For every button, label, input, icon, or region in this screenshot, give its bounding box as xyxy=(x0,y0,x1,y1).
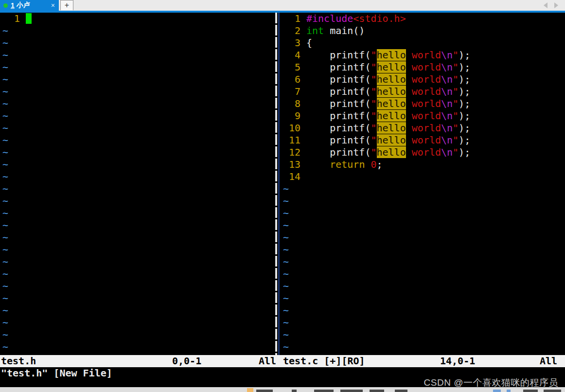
scroll-tabs-right-icon[interactable] xyxy=(554,2,558,8)
line-number: 4 xyxy=(283,49,300,61)
clipped-text-fragment xyxy=(314,390,334,392)
tilde-marker: ~ xyxy=(283,232,289,243)
tilde-line: ~ xyxy=(2,49,273,61)
tilde-line: ~ xyxy=(2,329,273,341)
code-token: hello xyxy=(377,86,406,97)
cursor-block xyxy=(26,13,32,24)
tilde-marker: ~ xyxy=(283,341,289,353)
new-tab-button[interactable]: + xyxy=(60,0,73,10)
code-token: ; xyxy=(377,159,383,170)
right-cursor-position: 14,0-1 xyxy=(440,355,475,367)
tab-close-icon[interactable]: × xyxy=(48,2,55,9)
code-token: 0 xyxy=(371,159,376,170)
tilde-marker: ~ xyxy=(2,232,8,243)
code-token: printf( xyxy=(306,122,371,134)
tilde-marker: ~ xyxy=(2,219,8,231)
tab-session-1[interactable]: 1 小卢 × xyxy=(0,0,59,11)
line-number: 3 xyxy=(283,37,300,49)
code-token: " xyxy=(453,73,459,85)
code-token: ); xyxy=(459,61,470,73)
tilde-marker: ~ xyxy=(283,317,289,328)
tilde-line: ~ xyxy=(2,207,273,219)
code-token xyxy=(306,159,330,170)
code-token: ); xyxy=(459,134,470,146)
tilde-line: ~ xyxy=(2,232,273,244)
code-token: world xyxy=(406,98,441,109)
tilde-marker: ~ xyxy=(2,134,8,146)
active-line: 1 xyxy=(2,13,273,25)
scroll-tabs-left-icon[interactable] xyxy=(544,2,547,8)
code-line: 9 printf("hello world\n"); xyxy=(283,110,565,122)
tilde-marker: ~ xyxy=(283,329,289,340)
tilde-line: ~ xyxy=(283,219,565,232)
code-token: { xyxy=(306,37,312,49)
code-line: 7 printf("hello world\n"); xyxy=(283,86,565,98)
line-number: 9 xyxy=(283,110,300,122)
clipped-text-fragment xyxy=(493,390,501,392)
tilde-line: ~ xyxy=(2,341,273,353)
line-number: 1 xyxy=(2,13,20,25)
tilde-line: ~ xyxy=(283,329,565,341)
tilde-marker: ~ xyxy=(2,304,8,316)
statusline-left-window: test.h 0,0-1 All xyxy=(0,355,277,367)
vim-command-line-message: "test.h" [New File] xyxy=(1,367,112,379)
tilde-line: ~ xyxy=(2,317,273,329)
code-token: printf( xyxy=(306,134,371,146)
clipped-text-fragment xyxy=(370,390,384,392)
tilde-line: ~ xyxy=(283,244,565,256)
vertical-split-separator[interactable] xyxy=(273,13,281,355)
code-token: ); xyxy=(459,110,470,122)
clipped-icon xyxy=(247,388,253,392)
separator-line xyxy=(275,13,277,355)
code-line: 11 printf("hello world\n"); xyxy=(283,134,565,146)
tilde-marker: ~ xyxy=(283,219,289,231)
tilde-marker: ~ xyxy=(283,304,289,316)
tilde-marker: ~ xyxy=(2,207,8,219)
code-token: printf( xyxy=(306,86,371,97)
code-token: " xyxy=(453,98,459,109)
code-line: 12 printf("hello world\n"); xyxy=(283,146,565,159)
tilde-marker: ~ xyxy=(2,244,8,255)
tilde-marker: ~ xyxy=(2,195,8,207)
code-token: " xyxy=(371,122,376,134)
tilde-line: ~ xyxy=(2,122,273,134)
tilde-line: ~ xyxy=(2,146,273,159)
code-token: hello xyxy=(377,73,406,85)
tilde-line: ~ xyxy=(2,183,273,195)
tilde-marker: ~ xyxy=(283,292,289,304)
separator-shadow-line xyxy=(278,13,280,355)
code-line: 10 printf("hello world\n"); xyxy=(283,122,565,134)
right-pane[interactable]: 1#include<stdio.h>2int main()3{4 printf(… xyxy=(281,13,565,355)
code-token: " xyxy=(371,86,376,97)
left-pane[interactable]: 1 ~~~~~~~~~~~~~~~~~~~~~~~~~~~ xyxy=(0,13,273,355)
tilde-line: ~ xyxy=(2,37,273,49)
tilde-marker: ~ xyxy=(2,110,8,122)
tab-title: 小卢 xyxy=(17,1,30,10)
tilde-marker: ~ xyxy=(283,195,289,207)
code-token: world xyxy=(406,122,441,134)
code-token xyxy=(365,159,371,170)
tilde-marker: ~ xyxy=(2,256,8,267)
clipped-text-fragment xyxy=(256,390,273,392)
tilde-line: ~ xyxy=(2,195,273,207)
clipped-text-fragment xyxy=(507,390,511,392)
code-token: printf( xyxy=(306,49,371,61)
code-token: " xyxy=(371,134,376,146)
line-number: 5 xyxy=(283,61,300,73)
tab-bar: 1 小卢 × + xyxy=(0,0,565,11)
code-token: printf( xyxy=(306,61,371,73)
tilde-line: ~ xyxy=(283,268,565,280)
code-line: 13 return 0; xyxy=(283,159,565,171)
tilde-line: ~ xyxy=(283,183,565,195)
tilde-line: ~ xyxy=(2,86,273,98)
code-token: printf( xyxy=(306,98,371,109)
code-token: ); xyxy=(459,86,470,97)
tilde-marker: ~ xyxy=(2,49,8,61)
code-token: ); xyxy=(459,122,470,134)
code-line: 14 xyxy=(283,171,565,183)
code-token: printf( xyxy=(306,73,371,85)
tilde-line: ~ xyxy=(2,256,273,268)
code-line: 3{ xyxy=(283,37,565,49)
tilde-line: ~ xyxy=(283,292,565,304)
line-number: 11 xyxy=(283,134,300,146)
